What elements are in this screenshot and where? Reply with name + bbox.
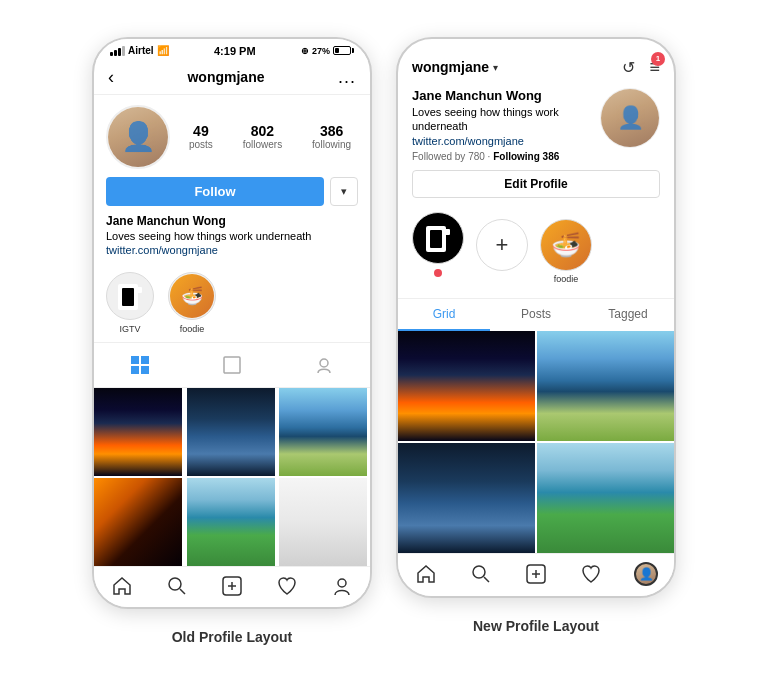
nav-search[interactable] [149, 575, 204, 597]
new-profile-top: Jane Manchun Wong Loves seeing how thing… [398, 82, 674, 171]
add-highlight-icon: + [496, 232, 509, 258]
following-count: 386 [320, 123, 343, 139]
new-tab-bar: Grid Posts Tagged [398, 298, 674, 331]
new-nav-home[interactable] [398, 562, 453, 586]
old-profile-section: 49 posts 802 followers 386 following [94, 95, 370, 177]
grid-item-4[interactable] [94, 478, 182, 566]
bio-link[interactable]: twitter.com/wongmjane [106, 244, 358, 256]
highlight-foodie-label: foodie [180, 324, 205, 334]
edit-profile-button[interactable]: Edit Profile [412, 170, 660, 198]
grid-item-3[interactable] [279, 388, 367, 476]
svg-rect-16 [430, 230, 442, 248]
activity-icon[interactable]: ↺ [622, 58, 635, 77]
grid-item-5[interactable] [187, 478, 275, 566]
bio-section: Jane Manchun Wong Loves seeing how thing… [94, 214, 370, 264]
menu-notification: ≡ 1 [649, 57, 660, 78]
old-username: wongmjane [187, 69, 264, 85]
tab-tagged-new[interactable]: Tagged [582, 299, 674, 331]
tab-posts-new[interactable]: Posts [490, 299, 582, 331]
new-photo-grid [398, 331, 674, 553]
svg-rect-2 [136, 287, 142, 293]
new-nav-search[interactable] [453, 562, 508, 586]
highlight-foodie[interactable]: 🍜 foodie [168, 272, 216, 334]
tab-posts[interactable] [186, 351, 278, 379]
new-bio-text: Loves seeing how things work underneath [412, 105, 588, 134]
tab-bar [94, 342, 370, 388]
comparison-container: Airtel 📶 4:19 PM ⊕ 27% ‹ [92, 37, 676, 645]
svg-rect-3 [131, 356, 139, 364]
following-stat[interactable]: 386 following [312, 123, 351, 150]
new-highlight-foodie[interactable]: 🍜 foodie [540, 219, 592, 284]
nav-profile[interactable] [315, 575, 370, 597]
old-layout-wrapper: Airtel 📶 4:19 PM ⊕ 27% ‹ [92, 37, 372, 645]
photo-grid [94, 388, 370, 566]
tab-grid[interactable] [94, 351, 186, 379]
svg-rect-1 [122, 288, 134, 306]
new-highlight-igtv[interactable] [412, 212, 464, 290]
new-highlights-row: + 🍜 foodie [398, 206, 674, 298]
follow-row: Follow ▾ [94, 177, 370, 214]
new-bottom-nav: 👤 [398, 553, 674, 596]
old-phone-frame: Airtel 📶 4:19 PM ⊕ 27% ‹ [92, 37, 372, 609]
chevron-down-icon[interactable]: ▾ [493, 62, 498, 73]
tab-grid-new[interactable]: Grid [398, 299, 490, 331]
followers-label: followers [243, 139, 282, 150]
new-layout-label: New Profile Layout [473, 618, 599, 634]
new-grid-item-3[interactable] [398, 443, 535, 553]
tab-tagged[interactable] [278, 351, 370, 379]
grid-item-6[interactable] [279, 478, 367, 566]
new-grid-item-4[interactable] [537, 443, 674, 553]
nav-add[interactable] [204, 575, 259, 597]
svg-rect-7 [224, 357, 240, 373]
dropdown-button[interactable]: ▾ [330, 177, 358, 206]
new-grid-item-2[interactable] [537, 331, 674, 441]
new-layout-wrapper: wongmjane ▾ ↺ ≡ 1 Jane Manchun Wong [396, 37, 676, 635]
svg-rect-5 [131, 366, 139, 374]
followers-count: 802 [251, 123, 274, 139]
svg-rect-4 [141, 356, 149, 364]
old-status-bar: Airtel 📶 4:19 PM ⊕ 27% [94, 39, 370, 61]
svg-point-18 [473, 566, 485, 578]
new-avatar [600, 88, 660, 148]
new-highlight-igtv-label [437, 280, 440, 290]
nav-home[interactable] [94, 575, 149, 597]
new-bio-link[interactable]: twitter.com/wongmjane [412, 135, 588, 147]
new-username-row: wongmjane ▾ [412, 59, 498, 75]
bio-description: Loves seeing how things work underneath [106, 230, 358, 242]
wifi-icon: 📶 [157, 45, 169, 56]
highlight-igtv[interactable]: IGTV [106, 272, 154, 334]
bottom-nav [94, 566, 370, 607]
follow-button[interactable]: Follow [106, 177, 324, 206]
new-nav-heart[interactable] [564, 562, 619, 586]
battery-percent: 27% [312, 46, 330, 56]
new-full-name: Jane Manchun Wong [412, 88, 588, 103]
svg-rect-6 [141, 366, 149, 374]
notification-badge: 1 [651, 52, 665, 66]
avatar [106, 105, 170, 169]
more-options-button[interactable]: ... [338, 67, 356, 88]
red-dot [434, 269, 442, 277]
svg-line-19 [484, 577, 489, 582]
time-display: 4:19 PM [214, 45, 256, 57]
posts-count: 49 [193, 123, 209, 139]
new-highlight-foodie-label: foodie [554, 274, 579, 284]
new-highlight-add-label [501, 274, 504, 284]
grid-item-1[interactable] [94, 388, 182, 476]
carrier-label: Airtel [128, 45, 154, 56]
svg-point-14 [338, 579, 346, 587]
nav-heart[interactable] [260, 575, 315, 597]
following-label: following [312, 139, 351, 150]
new-nav-add[interactable] [508, 562, 563, 586]
grid-item-2[interactable] [187, 388, 275, 476]
back-button[interactable]: ‹ [108, 67, 114, 88]
new-profile-info: Jane Manchun Wong Loves seeing how thing… [412, 88, 588, 163]
new-highlight-add[interactable]: + [476, 219, 528, 284]
followers-stat[interactable]: 802 followers [243, 123, 282, 150]
old-nav-bar: ‹ wongmjane ... [94, 61, 370, 95]
stats-row: 49 posts 802 followers 386 following [182, 123, 358, 150]
highlight-igtv-label: IGTV [119, 324, 140, 334]
new-grid-item-1[interactable] [398, 331, 535, 441]
new-nav-profile-active[interactable]: 👤 [619, 562, 674, 586]
new-phone-frame: wongmjane ▾ ↺ ≡ 1 Jane Manchun Wong [396, 37, 676, 599]
posts-stat: 49 posts [189, 123, 213, 150]
